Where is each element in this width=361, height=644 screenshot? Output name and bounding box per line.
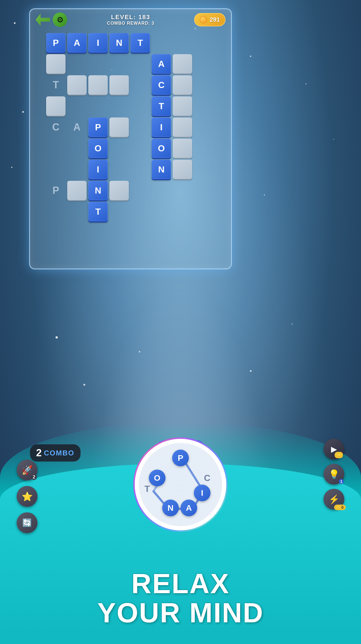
combo-badge: 2 COMBO — [30, 444, 81, 462]
relax-text-line2: YOUR MIND — [0, 598, 361, 627]
back-button[interactable] — [36, 14, 50, 26]
relax-section: RELAX YOUR MIND — [0, 569, 361, 627]
wheel-letter-T[interactable]: T — [139, 480, 156, 497]
tile-P4: P — [88, 117, 108, 137]
header-left: ⚙ — [36, 12, 67, 27]
tile-N0: N — [109, 33, 129, 52]
tile-A0: A — [67, 33, 87, 52]
tile-T2: T — [46, 75, 66, 95]
tile-gray-3-6 — [173, 96, 192, 116]
snow-dot — [250, 370, 252, 372]
lightning-badge: 🪙0 — [334, 505, 346, 510]
combo-reward-label: COMBO REWARD: 3 — [107, 21, 154, 26]
refresh-powerup-button[interactable]: 🔄 — [17, 512, 37, 533]
combo-number: 2 — [36, 447, 42, 459]
tile-gray-2-1 — [67, 75, 87, 95]
tile-gray-2-3 — [109, 75, 129, 95]
film-coin-icon: 🪙 — [335, 452, 343, 458]
tile-P0: P — [46, 33, 66, 52]
wheel-letter-I[interactable]: I — [194, 485, 210, 501]
level-label: LEVEL: 183 — [107, 14, 154, 21]
tile-C2: C — [152, 75, 171, 95]
tile-T0: T — [131, 33, 150, 52]
letter-wheel-container: P O T C N A I — [133, 437, 228, 532]
wheel-inner: P O T C N A I — [139, 443, 222, 526]
star-powerup-button[interactable]: ⭐ — [17, 486, 37, 507]
tile-A4: A — [67, 117, 87, 137]
lightning-powerup-button[interactable]: ⚡ 🪙0 — [324, 489, 344, 510]
relax-text-line1: RELAX — [0, 569, 361, 598]
right-powerups: ▶ 🪙 💡 1 ⚡ 🪙0 — [324, 439, 344, 510]
film-powerup-button[interactable]: ▶ 🪙 — [324, 439, 344, 460]
tile-gray-4-6 — [173, 117, 192, 137]
combo-text: COMBO — [44, 449, 74, 457]
tile-C4: C — [46, 117, 66, 137]
tile-gray-4-3 — [109, 117, 129, 137]
wheel-letter-P[interactable]: P — [172, 450, 189, 466]
bottom-ui: 2 COMBO PIANO ▶ 🪙 💡 1 ⚡ 🪙0 🚀 2 — [0, 158, 361, 644]
star-icon: ⭐ — [22, 491, 33, 502]
left-powerups: 🚀 2 ⭐ 🔄 — [17, 460, 37, 533]
coin-icon — [200, 16, 207, 24]
tile-gray-1-0 — [46, 54, 66, 74]
snow-dot — [139, 351, 140, 352]
coins-value: 291 — [210, 16, 220, 23]
tile-A1: A — [152, 54, 171, 74]
tile-O5b: O — [152, 139, 171, 158]
tile-T3: T — [152, 96, 171, 116]
refresh-icon: 🔄 — [22, 518, 32, 527]
tile-I0: I — [88, 33, 108, 52]
hint-powerup-button[interactable]: 💡 1 — [324, 464, 344, 485]
header: ⚙ LEVEL: 183 COMBO REWARD: 3 291 — [30, 9, 231, 30]
tile-I4: I — [152, 117, 171, 137]
bulb-icon: 💡 — [329, 469, 340, 480]
letter-wheel[interactable]: P O T C N A I — [133, 437, 228, 532]
gear-icon: ⚙ — [57, 15, 64, 24]
rocket-powerup-button[interactable]: 🚀 2 — [17, 460, 37, 480]
tile-O5: O — [88, 139, 108, 158]
wheel-letter-N[interactable]: N — [162, 500, 179, 516]
tile-gray-2-6 — [173, 75, 192, 95]
tile-gray-1-6 — [173, 54, 192, 74]
lightning-icon: ⚡ — [329, 494, 340, 505]
snow-dot — [83, 384, 85, 386]
snow-dot — [292, 324, 293, 325]
rocket-icon: 🚀 — [22, 465, 33, 475]
tile-gray-2-2 — [88, 75, 108, 95]
coins-badge: 291 — [194, 13, 225, 26]
wheel-letter-A[interactable]: A — [180, 500, 197, 516]
hint-badge: 1 — [339, 479, 344, 484]
rocket-badge: 2 — [31, 474, 37, 480]
tile-gray-3-0 — [46, 96, 66, 116]
wheel-letter-C[interactable]: C — [199, 470, 215, 486]
snow-dot — [56, 336, 58, 339]
settings-button[interactable]: ⚙ — [53, 12, 67, 27]
tile-gray-5-6 — [173, 139, 192, 158]
header-center: LEVEL: 183 COMBO REWARD: 3 — [107, 14, 154, 26]
